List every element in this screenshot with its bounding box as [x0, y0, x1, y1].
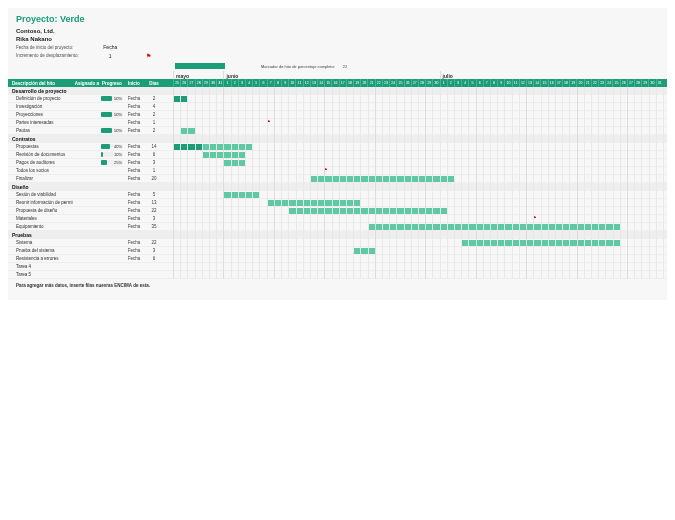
- day-label: 26: [404, 79, 411, 87]
- day-label: 9: [281, 79, 288, 87]
- day-label: 11: [512, 79, 519, 87]
- scroll-increment-value[interactable]: 1: [109, 53, 112, 59]
- section-row: Pruebas: [8, 231, 173, 239]
- day-label: 7: [267, 79, 274, 87]
- gantt-row: [173, 271, 667, 279]
- day-label: 2: [447, 79, 454, 87]
- day-label: 1: [223, 79, 230, 87]
- day-label: 23: [598, 79, 605, 87]
- gantt-bar[interactable]: [223, 160, 245, 166]
- gantt-row: [173, 151, 667, 159]
- footer-note: Para agregar más datos, inserte filas nu…: [8, 279, 667, 292]
- day-label: 14: [317, 79, 324, 87]
- gantt-bar[interactable]: [223, 192, 259, 198]
- day-label: 29: [641, 79, 648, 87]
- task-row[interactable]: Reunir información de permisosFecha13: [8, 199, 173, 207]
- day-label: 3: [238, 79, 245, 87]
- day-label: 21: [367, 79, 374, 87]
- day-label: 6: [259, 79, 266, 87]
- day-label: 28: [418, 79, 425, 87]
- section-row: Contratos: [8, 135, 173, 143]
- task-row[interactable]: MaterialesFecha3: [8, 215, 173, 223]
- day-label: 3: [454, 79, 461, 87]
- month-label: junio: [223, 71, 439, 79]
- day-label: 12: [519, 79, 526, 87]
- day-label: 30: [648, 79, 655, 87]
- task-row[interactable]: Revisión de documentos10%Fecha6: [8, 151, 173, 159]
- gantt-row: [173, 127, 667, 135]
- task-row[interactable]: Proyecciones50%Fecha2: [8, 111, 173, 119]
- gantt-row: [173, 103, 667, 111]
- day-label: 15: [324, 79, 331, 87]
- task-row[interactable]: Tarea 5: [8, 271, 173, 279]
- day-label: 6: [476, 79, 483, 87]
- task-row[interactable]: Propuesta de diseñoFecha22: [8, 207, 173, 215]
- day-label: 24: [605, 79, 612, 87]
- day-label: 13: [526, 79, 533, 87]
- day-label: 28: [195, 79, 202, 87]
- day-label: 14: [533, 79, 540, 87]
- gantt-bar[interactable]: [368, 224, 620, 230]
- day-label: 17: [339, 79, 346, 87]
- gantt-row: [173, 143, 667, 151]
- task-row[interactable]: Definición de proyecto50%Fecha2: [8, 95, 173, 103]
- day-label: 29: [425, 79, 432, 87]
- task-row[interactable]: FinalizarFecha20: [8, 175, 173, 183]
- task-row[interactable]: SistemaFecha22: [8, 239, 173, 247]
- day-label: 11: [295, 79, 302, 87]
- day-label: 30: [432, 79, 439, 87]
- project-lead: Rika Nakano: [16, 36, 52, 42]
- day-label: 25: [612, 79, 619, 87]
- day-label: 26: [180, 79, 187, 87]
- start-date-label: Fecha de inicio del proyecto:: [16, 45, 73, 50]
- task-row[interactable]: Pautas50%Fecha2: [8, 127, 173, 135]
- task-row[interactable]: InvestigaciónFecha4: [8, 103, 173, 111]
- day-label: 17: [555, 79, 562, 87]
- col-start: Inicio: [123, 81, 145, 86]
- gantt-sheet: Proyecto: Verde Contoso, Ltd. Rika Nakan…: [8, 8, 667, 300]
- task-row[interactable]: Pagos de auditores25%Fecha3: [8, 159, 173, 167]
- gantt-row: [173, 255, 667, 263]
- day-label: 19: [353, 79, 360, 87]
- task-row[interactable]: Partes interesadasFecha1: [8, 119, 173, 127]
- task-row[interactable]: Todos los sociosFecha1: [8, 167, 173, 175]
- legend-milestone-label: Marcador de hito de porcentaje completo:: [261, 64, 335, 69]
- gantt-row: [173, 175, 667, 183]
- day-label: 2: [231, 79, 238, 87]
- task-row[interactable]: Resistencia a erroresFecha6: [8, 255, 173, 263]
- day-label: 20: [360, 79, 367, 87]
- day-label: 23: [382, 79, 389, 87]
- start-date-value: Fecha: [103, 44, 117, 50]
- gantt-bar[interactable]: [353, 248, 375, 254]
- day-label: 31: [216, 79, 223, 87]
- gantt-timeline: Marcador de hito de porcentaje completo:…: [173, 63, 667, 279]
- col-progress: Progreso: [101, 81, 123, 86]
- task-row[interactable]: Propuestas40%Fecha14: [8, 143, 173, 151]
- gantt-row: [173, 159, 667, 167]
- task-row[interactable]: Tarea 4: [8, 263, 173, 271]
- day-label: 20: [576, 79, 583, 87]
- day-label: 13: [310, 79, 317, 87]
- col-assigned: Asignado a: [73, 81, 101, 86]
- gantt-row: ⚑: [173, 215, 667, 223]
- task-row[interactable]: Prueba del sistemaFecha3: [8, 247, 173, 255]
- day-label: 27: [627, 79, 634, 87]
- gantt-row: [173, 111, 667, 119]
- gantt-row: [173, 239, 667, 247]
- gantt-row: [173, 207, 667, 215]
- month-label: julio: [440, 71, 663, 79]
- section-row: Diseño: [8, 183, 173, 191]
- gantt-row: [173, 263, 667, 271]
- day-label: 16: [331, 79, 338, 87]
- task-row[interactable]: Sesión de viabilidadFecha5: [8, 191, 173, 199]
- scroll-increment-label: Incremento de desplazamiento:: [16, 53, 79, 58]
- day-label: 25: [396, 79, 403, 87]
- day-label: 22: [591, 79, 598, 87]
- legend-swatch-dark: [175, 63, 225, 69]
- month-label: mayo: [173, 71, 223, 79]
- task-table: Descripción del hito Asignado a Progreso…: [8, 63, 173, 279]
- col-days: Días: [145, 81, 163, 86]
- gantt-section-row: [173, 135, 667, 143]
- task-row[interactable]: EquipamientoFecha35: [8, 223, 173, 231]
- day-label: 8: [490, 79, 497, 87]
